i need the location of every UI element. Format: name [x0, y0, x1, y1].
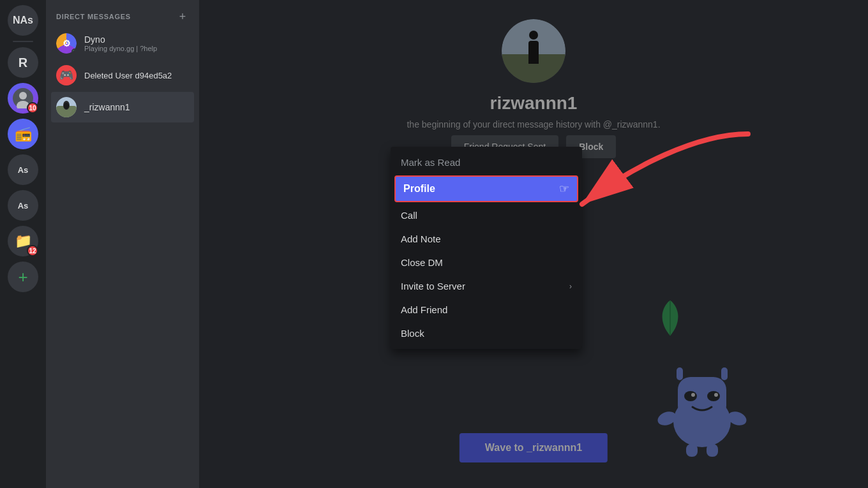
dm-add-button[interactable]: + [176, 10, 189, 23]
context-menu-item-close-dm[interactable]: Close DM [391, 251, 582, 274]
server-icon-person-wrapper: 10 [8, 83, 38, 114]
svg-point-6 [64, 103, 69, 109]
rizwan-name: _rizwannn1 [84, 102, 130, 112]
dm-list: ⚙ Dyno Playing dyno.gg | ?help 🎮 Deleted… [46, 28, 199, 122]
server-icon-folder-wrapper: 📁 12 [8, 226, 38, 256]
dm-item-rizwan[interactable]: _rizwannn1 [51, 92, 194, 122]
context-menu-item-add-friend[interactable]: Add Friend [391, 298, 582, 322]
context-menu-item-invite-server[interactable]: Invite to Server › [391, 274, 582, 298]
context-menu-item-add-note[interactable]: Add Note [391, 227, 582, 251]
server-icon-as2[interactable]: As [8, 190, 38, 221]
dm-item-dyno[interactable]: ⚙ Dyno Playing dyno.gg | ?help [51, 28, 194, 59]
server-sidebar: NAs R 10 📻 As As 📁 12 + [0, 0, 46, 488]
call-label: Call [401, 210, 417, 221]
dm-sidebar: Direct Messages + ⚙ Dyno Playing dyno.gg… [46, 0, 199, 488]
dm-item-deleted[interactable]: 🎮 Deleted User d94ed5a2 [51, 60, 194, 91]
rizwan-avatar-svg [56, 97, 77, 117]
dm-avatar-deleted: 🎮 [56, 65, 77, 85]
block-label: Block [401, 328, 424, 339]
context-menu: Mark as Read Profile ☞ Call Add Note Clo… [391, 147, 582, 349]
dyno-info: Dyno Playing dyno.gg | ?help [84, 34, 157, 52]
close-dm-label: Close DM [401, 257, 443, 268]
server-divider [13, 41, 33, 42]
context-menu-item-profile[interactable]: Profile ☞ [394, 175, 578, 202]
deleted-name: Deleted User d94ed5a2 [84, 71, 172, 80]
server-icon-boombox[interactable]: 📻 [8, 119, 38, 149]
invite-server-label: Invite to Server [401, 281, 465, 292]
dm-avatar-dyno: ⚙ [56, 33, 77, 54]
dyno-online-dot [71, 48, 77, 54]
invite-server-chevron: › [569, 282, 572, 291]
dyno-name: Dyno [84, 34, 157, 45]
server-icon-as1[interactable]: As [8, 154, 38, 185]
person-badge: 10 [27, 102, 38, 114]
add-note-label: Add Note [401, 233, 441, 244]
context-menu-item-call[interactable]: Call [391, 203, 582, 227]
cursor-icon: ☞ [559, 182, 569, 196]
dm-header: Direct Messages + [46, 0, 199, 28]
deleted-info: Deleted User d94ed5a2 [84, 71, 172, 80]
folder-badge: 12 [27, 245, 38, 256]
context-menu-item-mark-read[interactable]: Mark as Read [391, 151, 582, 174]
svg-point-1 [19, 92, 27, 100]
main-content: rizwannn1 the beginning of your direct m… [199, 0, 868, 488]
dyno-avatar-icon: ⚙ [56, 33, 77, 54]
dm-avatar-rizwan [56, 97, 77, 117]
add-friend-label: Add Friend [401, 304, 447, 315]
profile-label: Profile [403, 183, 435, 195]
server-icon-nas[interactable]: NAs [8, 5, 38, 36]
mark-read-label: Mark as Read [401, 157, 460, 168]
context-menu-item-block[interactable]: Block [391, 322, 582, 345]
server-icon-add[interactable]: + [8, 262, 38, 292]
dm-header-title: Direct Messages [56, 13, 131, 20]
rizwan-info: _rizwannn1 [84, 102, 130, 112]
dyno-status: Playing dyno.gg | ?help [84, 45, 157, 52]
server-icon-r[interactable]: R [8, 47, 38, 78]
